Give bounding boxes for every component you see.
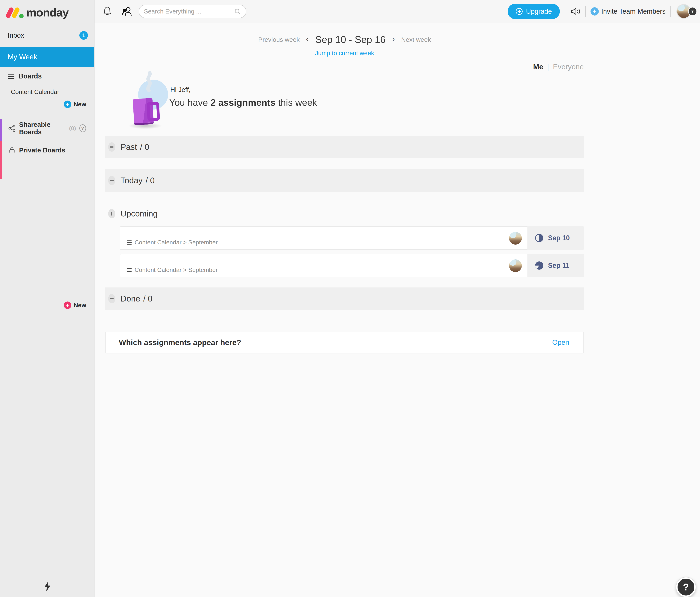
board-group-icon (127, 268, 131, 272)
topbar-right-group: Upgrade + Invite Team Members ▾ (507, 4, 697, 19)
private-boards-section: Private Boards + New (0, 141, 94, 179)
search-box (139, 5, 246, 18)
plus-icon: + (64, 100, 71, 108)
lock-icon (8, 146, 16, 154)
today-count: / 0 (145, 176, 155, 185)
new-private-board-button[interactable]: + New (0, 302, 86, 309)
plus-icon: + (64, 302, 71, 309)
assignment-row[interactable]: Content Calendar > September Sep 10 (120, 226, 584, 249)
my-week-page: monday Inbox 1 My Week Boards Content Ca… (0, 0, 700, 597)
past-label: Past (121, 142, 137, 152)
greeting-salutation: Hi Jeff, (170, 86, 191, 93)
upgrade-label: Upgrade (526, 7, 552, 15)
open-link[interactable]: Open (552, 339, 569, 347)
jump-to-current-week-link[interactable]: Jump to current week (105, 50, 584, 57)
due-date: Sep 10 (548, 234, 570, 242)
sidebar-item-content-calendar[interactable]: Content Calendar (11, 88, 59, 96)
done-count: / 0 (143, 294, 152, 303)
filter-everyone[interactable]: Everyone (553, 63, 584, 71)
new-board-label: New (74, 101, 86, 108)
collapse-icon[interactable] (108, 294, 115, 303)
greeting-summary: You have 2 assignments this week (169, 97, 317, 108)
done-label: Done (121, 294, 140, 303)
new-board-button[interactable]: + New (0, 100, 86, 108)
assignment-breadcrumb: Content Calendar > September (127, 239, 218, 246)
upgrade-button[interactable]: Upgrade (507, 4, 559, 19)
help-question-text: Which assignments appear here? (119, 338, 241, 347)
greeting-summary-prefix: You have (169, 97, 210, 108)
filter-me[interactable]: Me (533, 63, 543, 71)
shareable-boards-section: Shareable Boards (0) ? (0, 119, 94, 141)
topbar: Upgrade + Invite Team Members ▾ (95, 0, 700, 23)
due-date-cell: Sep 10 (527, 226, 584, 249)
search-icon (234, 8, 241, 15)
section-past: Past / 0 (105, 136, 584, 158)
view-filter: Me | Everyone (105, 63, 584, 71)
search-input[interactable] (144, 8, 234, 15)
assignment-breadcrumb: Content Calendar > September (127, 266, 218, 273)
next-week-link[interactable]: Next week (401, 36, 431, 43)
sidebar-boards-header[interactable]: Boards (8, 72, 42, 80)
announcements-megaphone-icon[interactable] (570, 6, 580, 16)
inbox-unread-badge: 1 (79, 31, 88, 40)
chevron-right-icon[interactable]: › (392, 34, 395, 45)
shareable-help-icon[interactable]: ? (79, 124, 86, 132)
assignee-avatar (509, 259, 522, 272)
user-menu[interactable]: ▾ (676, 4, 697, 19)
my-week-label: My Week (8, 53, 37, 61)
monday-logo-icon (7, 6, 24, 18)
past-count: / 0 (140, 142, 149, 152)
section-today: Today / 0 (105, 169, 584, 192)
invite-team-members-button[interactable]: + Invite Team Members (591, 7, 666, 16)
due-date: Sep 11 (548, 262, 569, 269)
assignee-avatar (509, 232, 522, 244)
assignment-row[interactable]: Content Calendar > September Sep 11 (120, 254, 584, 277)
coffee-mug-illustration (131, 78, 174, 126)
logo-text: monday (26, 6, 69, 19)
boards-menu-icon (8, 74, 15, 79)
greeting-summary-suffix: this week (276, 97, 317, 108)
expand-icon[interactable] (108, 209, 115, 218)
week-navigation: Previous week ‹ Sep 10 - Sep 16 › Next w… (105, 34, 584, 45)
week-range-title: Sep 10 - Sep 16 (315, 34, 385, 45)
shareable-boards-label[interactable]: Shareable Boards (19, 121, 66, 136)
chevron-left-icon[interactable]: ‹ (306, 34, 309, 45)
sidebar: monday Inbox 1 My Week Boards Content Ca… (0, 0, 95, 597)
upcoming-label: Upcoming (121, 209, 157, 218)
collapse-icon[interactable] (108, 142, 115, 152)
caret-down-icon: ▾ (688, 7, 697, 16)
section-done: Done / 0 (105, 287, 584, 310)
sidebar-item-inbox[interactable]: Inbox 1 (0, 28, 94, 43)
share-icon (8, 124, 16, 132)
previous-week-link[interactable]: Previous week (258, 36, 300, 43)
topbar-divider (670, 6, 671, 17)
time-phase-icon (535, 261, 544, 270)
topbar-divider (565, 6, 565, 17)
greeting-summary-count: 2 assignments (210, 97, 276, 108)
steam-icon (142, 67, 155, 92)
time-phase-icon (535, 234, 544, 242)
shortcuts-bolt-icon[interactable] (44, 581, 51, 592)
invite-label: Invite Team Members (601, 7, 666, 15)
upgrade-arrow-icon (516, 8, 523, 15)
new-private-board-label: New (74, 302, 86, 309)
help-info-card: Which assignments appear here? Open (105, 332, 584, 353)
help-button[interactable]: ? (676, 577, 696, 597)
team-members-icon[interactable] (122, 6, 132, 17)
notifications-bell-icon[interactable] (103, 6, 112, 17)
private-boards-label[interactable]: Private Boards (19, 146, 65, 154)
plus-icon: + (591, 7, 599, 16)
board-group-icon (127, 240, 131, 244)
inbox-label: Inbox (8, 31, 24, 39)
breadcrumb-text: Content Calendar > September (134, 239, 218, 246)
today-label: Today (121, 176, 143, 185)
monday-logo[interactable]: monday (7, 5, 69, 20)
filter-separator: | (547, 63, 549, 71)
section-upcoming-header: Upcoming (108, 209, 157, 218)
collapse-icon[interactable] (108, 176, 115, 185)
boards-label: Boards (19, 72, 42, 80)
mug-icon (133, 98, 154, 125)
topbar-divider (585, 6, 585, 17)
sidebar-item-my-week[interactable]: My Week (0, 47, 94, 67)
breadcrumb-text: Content Calendar > September (134, 266, 218, 273)
